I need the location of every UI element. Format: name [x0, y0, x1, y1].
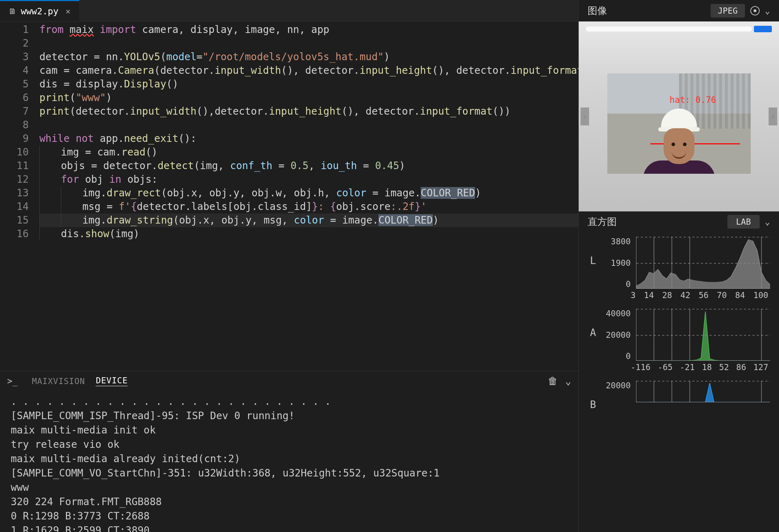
terminal-output[interactable]: . . . . . . . . . . . . . . . . . . . . … [0, 391, 578, 532]
histogram-section: 直方图 LAB ⌄ L3800190003142842567084100A400… [579, 211, 779, 436]
histogram-colorspace-badge[interactable]: LAB [727, 215, 760, 229]
hist-channel-label: A [588, 309, 598, 339]
file-icon: 🗎 [9, 7, 16, 16]
file-tab[interactable]: 🗎 www2.py ✕ [0, 0, 79, 21]
code-editor[interactable]: 12345678910111213141516 from maix import… [0, 21, 578, 371]
preview-prev-icon[interactable]: ‹ [580, 107, 589, 125]
code-area[interactable]: from maix import camera, display, image,… [39, 21, 578, 371]
image-preview: ‹ › hat: 0.76 [579, 21, 779, 211]
histogram-L: L3800190003142842567084100 [579, 231, 779, 303]
terminal-tab-bar: >_ MAIXVISION DEVICE 🗑 ⌄ [0, 371, 578, 391]
chevron-down-icon[interactable]: ⌄ [765, 217, 770, 227]
terminal-tab-device[interactable]: DEVICE [96, 376, 128, 386]
hist-channel-label: L [588, 237, 598, 267]
chevron-down-icon[interactable]: ⌄ [565, 375, 571, 387]
chevron-down-icon[interactable]: ⌄ [765, 6, 770, 16]
line-gutter: 12345678910111213141516 [0, 21, 39, 371]
terminal-prompt-icon: >_ [7, 376, 18, 386]
histogram-A: A40000200000-116-65-21185286127 [579, 303, 779, 375]
camera-frame: hat: 0.76 [579, 21, 779, 211]
terminal-panel: >_ MAIXVISION DEVICE 🗑 ⌄ . . . . . . . .… [0, 371, 578, 532]
hist-channel-label: B [588, 381, 598, 411]
histogram-title: 直方图 [588, 215, 722, 228]
image-panel-title: 图像 [588, 4, 705, 17]
tab-filename: www2.py [21, 6, 58, 16]
histogram-B: B20000 [579, 375, 779, 436]
close-icon[interactable]: ✕ [66, 7, 70, 16]
image-format-badge[interactable]: JPEG [711, 4, 745, 18]
detection-label: hat: 0.76 [669, 95, 716, 105]
record-icon[interactable] [750, 6, 760, 15]
tab-bar: 🗎 www2.py ✕ [0, 0, 578, 21]
image-panel-header: 图像 JPEG ⌄ [579, 0, 779, 21]
terminal-tab-maixvision[interactable]: MAIXVISION [32, 377, 85, 386]
trash-icon[interactable]: 🗑 [548, 375, 558, 387]
preview-next-icon[interactable]: › [769, 107, 777, 125]
